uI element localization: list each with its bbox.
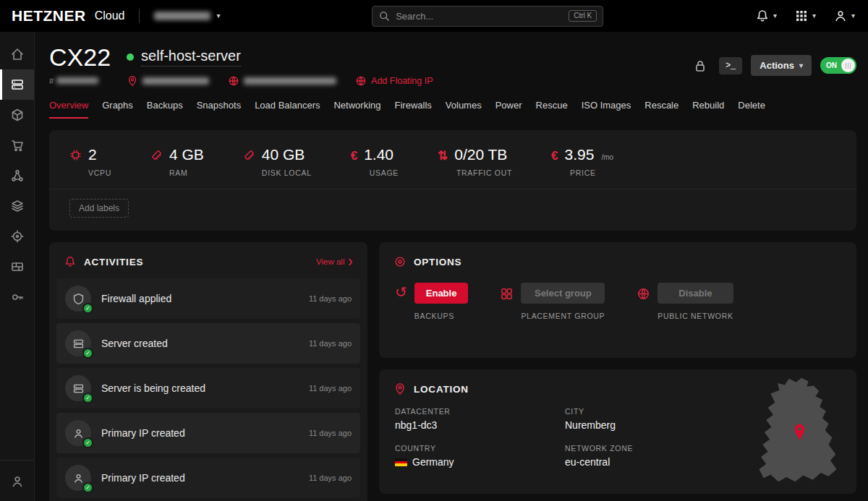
tab-rebuild[interactable]: Rebuild <box>692 100 724 119</box>
view-all-link[interactable]: View all ❯ <box>316 257 353 266</box>
hash-prefix: # <box>49 77 54 85</box>
country-value: Germany <box>412 456 454 468</box>
server-type-block: CX22 # <box>49 45 111 87</box>
stat-value: 2 <box>88 146 97 163</box>
disk-icon <box>243 149 255 161</box>
actions-label: Actions <box>760 60 794 71</box>
actions-button[interactable]: Actions ▾ <box>751 55 812 76</box>
disable-public-network-button[interactable]: Disable <box>658 283 733 304</box>
server-type: CX22 <box>49 45 111 71</box>
activity-row[interactable]: ✓ Server created 11 days ago <box>56 323 360 364</box>
firewall-activity-icon: ✓ <box>65 286 91 312</box>
sidebar-item-networks[interactable] <box>0 160 34 191</box>
placement-group-label: PLACEMENT GROUP <box>521 312 605 320</box>
sidebar-item-marketplace[interactable] <box>0 130 34 160</box>
tab-power[interactable]: Power <box>495 100 522 119</box>
tab-load-balancers[interactable]: Load Balancers <box>255 100 320 119</box>
chevron-down-icon: ▾ <box>216 12 220 20</box>
apps-menu[interactable]: ▾ <box>794 9 816 23</box>
search-box[interactable]: Ctrl K <box>372 6 603 27</box>
tab-volumes[interactable]: Volumes <box>446 100 482 119</box>
placement-group-icon <box>500 287 514 320</box>
server-header: CX22 # self-host-server <box>49 45 856 87</box>
target-icon <box>10 229 25 244</box>
search-area: Ctrl K <box>228 6 748 27</box>
country-field: COUNTRY Germany <box>395 444 565 468</box>
add-labels-button[interactable]: Add labels <box>69 199 129 218</box>
tab-networking[interactable]: Networking <box>333 100 380 119</box>
activity-text: Server created <box>101 338 299 349</box>
stat-usage: € 1.40 USAGE <box>351 146 399 177</box>
firewall-icon <box>10 260 25 274</box>
tab-snapshots[interactable]: Snapshots <box>197 100 241 119</box>
ip-activity-icon: ✓ <box>65 420 91 446</box>
person-icon <box>10 474 25 489</box>
bell-icon <box>64 255 77 268</box>
city-value: Nuremberg <box>565 419 739 431</box>
location-title: LOCATION <box>414 384 469 395</box>
stat-disk: 40 GB DISK LOCAL <box>243 146 312 177</box>
user-icon <box>833 9 848 23</box>
activity-row[interactable]: ✓ Server is being created 11 days ago <box>56 368 360 408</box>
activity-text: Primary IP created <box>101 472 299 484</box>
power-state-label: ON <box>826 61 837 69</box>
tab-delete[interactable]: Delete <box>738 100 765 119</box>
server-activity-icon: ✓ <box>65 330 91 356</box>
tab-graphs[interactable]: Graphs <box>102 100 133 119</box>
sidebar-item-home[interactable] <box>0 39 34 69</box>
stat-label: USAGE <box>370 168 399 177</box>
apps-grid-icon <box>794 9 809 23</box>
sidebar <box>0 32 35 501</box>
network-zone-label: NETWORK ZONE <box>565 444 739 453</box>
activity-row[interactable]: ✓ Primary IP created 11 days ago <box>56 458 360 498</box>
add-floating-ip-link[interactable]: Add Floating IP <box>355 75 433 87</box>
enable-backups-button[interactable]: Enable <box>414 283 469 304</box>
sidebar-item-security[interactable] <box>0 282 34 312</box>
sidebar-item-servers[interactable] <box>0 69 34 100</box>
tab-rescale[interactable]: Rescale <box>644 100 678 119</box>
network-zone-field: NETWORK ZONE eu-central <box>565 444 739 468</box>
success-check-icon: ✓ <box>82 437 93 448</box>
network-zone-value: eu-central <box>565 456 739 468</box>
tab-backups[interactable]: Backups <box>147 100 183 119</box>
stat-value: 40 GB <box>262 146 305 163</box>
sidebar-item-floating-ips[interactable] <box>0 221 34 252</box>
activity-row[interactable]: ✓ Primary IP created 11 days ago <box>56 413 360 453</box>
sidebar-item-load-balancers[interactable] <box>0 191 34 221</box>
topbar-actions: ▾ ▾ ▾ <box>755 9 855 23</box>
status-running-dot <box>127 53 134 61</box>
power-toggle[interactable]: ON <box>820 57 856 74</box>
activity-row[interactable]: ✓ Firewall applied 11 days ago <box>56 278 360 319</box>
activity-time: 11 days ago <box>309 339 352 348</box>
project-switcher[interactable]: ▾ <box>154 12 220 20</box>
user-menu[interactable]: ▾ <box>833 9 855 23</box>
redacted-server-id <box>56 77 98 84</box>
sidebar-item-volumes[interactable] <box>0 100 34 130</box>
redacted-location <box>142 77 209 85</box>
stat-value: 1.40 <box>364 146 393 163</box>
server-controls: >_ Actions ▾ ON <box>690 55 856 76</box>
select-group-button[interactable]: Select group <box>521 283 605 304</box>
tab-iso-images[interactable]: ISO Images <box>582 100 631 119</box>
datacenter-field: DATACENTER nbg1-dc3 <box>395 407 565 431</box>
tab-firewalls[interactable]: Firewalls <box>395 100 432 119</box>
lock-button[interactable] <box>690 56 710 76</box>
tab-rescue[interactable]: Rescue <box>536 100 568 119</box>
datacenter-value: nbg1-dc3 <box>395 419 565 431</box>
backup-restore-icon: ↺ <box>395 285 407 320</box>
topbar: HETZNER Cloud ▾ Ctrl K ▾ <box>0 0 868 32</box>
sidebar-bottom <box>0 460 34 501</box>
stat-price: € 3.95 /mo PRICE <box>551 146 613 177</box>
network-nodes-icon <box>10 168 25 183</box>
stat-label: PRICE <box>570 168 613 177</box>
notifications-menu[interactable]: ▾ <box>755 9 777 23</box>
tab-overview[interactable]: Overview <box>49 100 88 119</box>
search-input[interactable] <box>396 11 563 22</box>
sidebar-item-firewalls[interactable] <box>0 252 34 282</box>
server-name[interactable]: self-host-server <box>141 48 241 67</box>
backups-option: ↺ Enable BACKUPS <box>395 283 468 320</box>
euro-icon: € <box>351 149 357 163</box>
location-card: LOCATION DATACENTER nbg1-dc3 CITY Nuremb… <box>379 369 856 494</box>
console-button[interactable]: >_ <box>719 57 742 74</box>
sidebar-item-referral[interactable] <box>0 466 34 497</box>
